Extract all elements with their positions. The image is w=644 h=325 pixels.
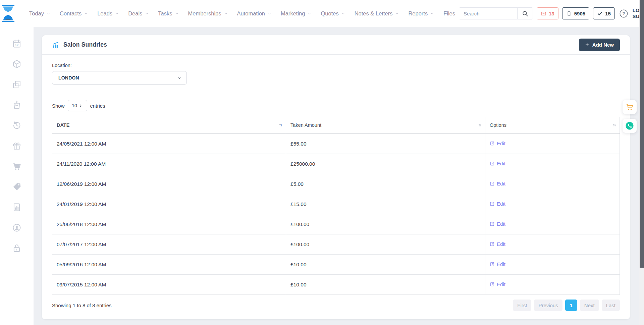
edit-label: Edit	[497, 261, 505, 267]
scrollbar-thumb[interactable]	[640, 0, 644, 268]
sidebar-item-copy[interactable]	[12, 80, 21, 89]
gift-icon	[12, 141, 21, 151]
table-row: 25/06/2018 12:00 AM£100.00Edit	[52, 214, 620, 234]
table-row: 09/07/2015 12:00 AM£10.00Edit	[52, 275, 620, 295]
edit-icon	[490, 221, 495, 226]
card-header: Salon Sundries Add New	[42, 35, 630, 55]
badge-count: 13	[549, 11, 554, 16]
lock-icon	[12, 243, 21, 253]
nav-item-memberships[interactable]: Memberships	[184, 8, 232, 19]
nav-item-tasks[interactable]: Tasks	[154, 8, 182, 19]
column-header-date[interactable]: DATE	[52, 117, 286, 134]
page-button-1[interactable]: 1	[565, 300, 577, 311]
edit-link[interactable]: Edit	[490, 221, 505, 227]
column-header-options[interactable]: Options	[485, 117, 620, 134]
table-header-row: DATE Taken Amount Options	[52, 117, 620, 134]
search-icon	[522, 10, 528, 17]
sidebar-item-report[interactable]	[12, 203, 21, 212]
nav-item-leads[interactable]: Leads	[94, 8, 123, 19]
edit-link[interactable]: Edit	[490, 181, 505, 186]
nav-item-reports[interactable]: Reports	[405, 8, 438, 19]
sidebar-item-cart[interactable]	[12, 162, 21, 171]
plus-icon	[585, 43, 589, 47]
date-cell: 05/09/2016 12:00 AM	[52, 255, 286, 275]
chevron-down-icon	[175, 11, 179, 16]
edit-link[interactable]: Edit	[490, 241, 505, 247]
messages-badge[interactable]: 13	[537, 7, 558, 19]
sidebar-item-lock[interactable]	[12, 243, 21, 253]
sidebar-item-account-sync[interactable]	[12, 223, 21, 232]
sidebar-item-price-tag[interactable]	[12, 182, 21, 192]
page-button-previous[interactable]: Previous	[534, 300, 562, 311]
nav-item-files[interactable]: Files	[440, 8, 459, 19]
search-input[interactable]	[459, 8, 517, 19]
sundries-table: DATE Taken Amount Options 24/05/20	[52, 117, 620, 295]
badge-count: 5905	[574, 11, 585, 16]
page-button-first[interactable]: First	[513, 300, 531, 311]
page-button-next[interactable]: Next	[580, 300, 599, 311]
page-title: Salon Sundries	[63, 41, 107, 48]
date-cell: 09/07/2015 12:00 AM	[52, 275, 286, 295]
nav-item-label: Leads	[97, 10, 112, 17]
edit-link[interactable]: Edit	[490, 281, 505, 287]
pagination: FirstPrevious1NextLast	[513, 300, 620, 311]
nav-item-today[interactable]: Today	[25, 8, 54, 19]
nav-item-notes-letters[interactable]: Notes & Letters	[351, 8, 403, 19]
options-cell: Edit	[485, 194, 620, 214]
edit-icon	[490, 262, 495, 267]
account-sync-icon	[12, 223, 21, 232]
table-footer: Showing 1 to 8 of 8 entries FirstPreviou…	[52, 300, 620, 318]
tasks-badge[interactable]: 15	[593, 7, 615, 19]
edit-link[interactable]: Edit	[490, 261, 505, 267]
phone-floating-button[interactable]	[623, 119, 637, 133]
sidebar-item-history[interactable]	[12, 121, 21, 130]
calls-badge[interactable]: 5905	[562, 7, 589, 19]
edit-icon	[490, 201, 495, 206]
app-logo[interactable]	[0, 5, 16, 22]
sidebar-item-shopping-bag[interactable]	[12, 100, 21, 110]
floating-buttons	[623, 100, 637, 133]
edit-link[interactable]: Edit	[490, 201, 505, 207]
nav-item-deals[interactable]: Deals	[124, 8, 153, 19]
left-sidebar	[0, 27, 34, 325]
edit-link[interactable]: Edit	[490, 161, 505, 166]
sidebar-item-gift[interactable]	[12, 141, 21, 151]
edit-label: Edit	[497, 181, 505, 186]
nav-item-automation[interactable]: Automation	[233, 8, 275, 19]
nav-item-quotes[interactable]: Quotes	[317, 8, 349, 19]
amount-cell: £10.00	[286, 255, 485, 275]
package-icon	[12, 59, 21, 69]
edit-icon	[490, 282, 495, 287]
page-length-select[interactable]: 10	[68, 100, 87, 111]
amount-cell: £10.00	[286, 275, 485, 295]
amount-cell: £15.00	[286, 194, 485, 214]
envelope-icon	[541, 11, 546, 16]
shopping-bag-icon	[12, 100, 21, 110]
edit-link[interactable]: Edit	[490, 141, 505, 146]
add-new-button[interactable]: Add New	[579, 39, 620, 51]
page-length-value: 10	[72, 103, 77, 108]
nav-item-label: Notes & Letters	[355, 10, 393, 17]
help-button[interactable]	[619, 8, 629, 19]
options-cell: Edit	[485, 214, 620, 234]
page-button-last[interactable]: Last	[602, 300, 620, 311]
search-button[interactable]	[517, 8, 533, 19]
page-scrollbar	[639, 0, 644, 325]
column-header-taken-amount[interactable]: Taken Amount	[286, 117, 485, 134]
cart-icon	[626, 103, 634, 111]
hourglass-logo-icon	[0, 5, 16, 22]
spinner-arrows-icon	[78, 104, 83, 108]
amount-cell: £55.00	[286, 134, 485, 154]
entries-label: entries	[90, 103, 105, 109]
edit-label: Edit	[497, 241, 505, 247]
topbar-right-group: 13590515 LONDON SUPPORT	[459, 7, 644, 20]
nav-item-contacts[interactable]: Contacts	[56, 8, 92, 19]
sidebar-item-package[interactable]	[12, 59, 21, 69]
sort-icon	[612, 122, 617, 128]
sidebar-item-calendar[interactable]	[12, 39, 21, 48]
nav-item-label: Today	[29, 10, 44, 17]
nav-item-marketing[interactable]: Marketing	[277, 8, 315, 19]
salon-sundries-card: Salon Sundries Add New Location: LONDON …	[42, 35, 630, 319]
cart-floating-button[interactable]	[623, 100, 637, 114]
location-select[interactable]: LONDON	[52, 71, 187, 85]
